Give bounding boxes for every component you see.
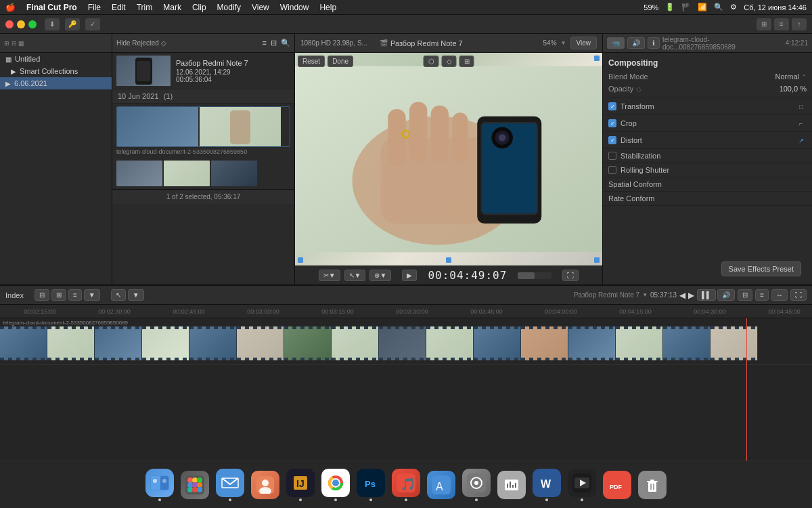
ruler-mark-3: 00:02:45:00 bbox=[152, 308, 226, 315]
dock-pdf[interactable]: PDF bbox=[601, 467, 633, 503]
inspector-video-tab[interactable]: 📹 bbox=[607, 37, 625, 49]
timeline-view-btn-3[interactable]: ≡ bbox=[68, 289, 82, 301]
save-effects-preset-button[interactable]: Save Effects Preset bbox=[721, 261, 801, 276]
view-button[interactable]: View bbox=[570, 37, 597, 49]
crop-expand-icon[interactable]: ⌐ bbox=[796, 118, 807, 129]
timeline-index-btn[interactable]: ≡ bbox=[755, 289, 769, 301]
done-button[interactable]: Done bbox=[328, 56, 353, 67]
browser-list-icon[interactable]: ≡ bbox=[263, 39, 267, 47]
timeline-view-dropdown[interactable]: ▼ bbox=[84, 289, 100, 301]
timeline-zoom-btn[interactable]: ↔ bbox=[771, 289, 788, 301]
menu-clip[interactable]: Clip bbox=[192, 3, 206, 12]
browser-panel: Hide Rejected ◇ ≡ ⊟ 🔍 Разбор Redmi Note … bbox=[112, 34, 295, 284]
crop-tool[interactable]: ◇ bbox=[442, 56, 457, 67]
timeline-view-btn-2[interactable]: ⊞ bbox=[51, 289, 66, 301]
clip-filename: telegram-cloud-document-2-53350082768598… bbox=[116, 148, 290, 155]
menu-file[interactable]: File bbox=[88, 3, 101, 12]
transform-checkbox[interactable]: ✓ bbox=[608, 102, 616, 110]
fullscreen-button[interactable]: ⛶ bbox=[562, 270, 579, 281]
clip-item-2[interactable]: telegram-cloud-document-2-53350082768598… bbox=[112, 104, 294, 158]
crop-checkbox[interactable]: ✓ bbox=[608, 119, 616, 127]
inspector-spacer bbox=[603, 206, 812, 253]
audio-solo-btn[interactable]: ▌▌ bbox=[697, 289, 716, 301]
reset-button[interactable]: Reset bbox=[298, 56, 325, 67]
check-icon[interactable]: ✓ bbox=[85, 18, 100, 30]
hide-rejected-label[interactable]: Hide Rejected ◇ bbox=[116, 39, 166, 47]
dock-launchpad[interactable] bbox=[179, 467, 211, 503]
back-button[interactable]: ⬇ bbox=[45, 18, 60, 30]
maximize-button[interactable] bbox=[28, 20, 37, 28]
menu-trim[interactable]: Trim bbox=[137, 3, 153, 12]
index-label[interactable]: Index bbox=[5, 291, 24, 299]
volume-slider[interactable] bbox=[518, 272, 551, 279]
sidebar-item-untitled[interactable]: ▦ Untitled bbox=[0, 53, 112, 65]
select-tool-btn[interactable]: ↖▼ bbox=[344, 270, 366, 281]
menu-edit[interactable]: Edit bbox=[112, 3, 126, 12]
dock-music[interactable]: 🎵 bbox=[390, 467, 422, 503]
opacity-keyframe-icon[interactable]: ◇ bbox=[636, 85, 641, 93]
list-view-icon[interactable]: ≡ bbox=[774, 18, 789, 30]
play-button[interactable]: ▶ bbox=[402, 270, 417, 281]
clip-appearance-btn[interactable]: ⊟ bbox=[738, 289, 752, 301]
dock-finder[interactable] bbox=[143, 467, 176, 503]
grid-view-icon[interactable]: ⊞ bbox=[757, 18, 771, 30]
browser-filmstrip-icon[interactable]: ⊟ bbox=[271, 39, 277, 47]
transform-expand-icon[interactable]: □ bbox=[796, 101, 807, 112]
dock-appstore[interactable]: A bbox=[425, 467, 457, 503]
clip-duration-1: 00:05:36:04 bbox=[176, 76, 248, 83]
menu-help[interactable]: Help bbox=[319, 3, 336, 12]
dock-photoshop[interactable]: Ps bbox=[355, 467, 387, 503]
sequence-dropdown[interactable]: ▼ bbox=[642, 292, 648, 298]
dock-intellij[interactable]: IJ bbox=[284, 467, 317, 503]
trim-tool-btn[interactable]: ✂▼ bbox=[319, 270, 340, 281]
stabilization-checkbox[interactable] bbox=[608, 152, 616, 160]
menu-view[interactable]: View bbox=[252, 3, 269, 12]
menu-window[interactable]: Window bbox=[280, 3, 309, 12]
timeline-view-btn-1[interactable]: ⊟ bbox=[35, 289, 49, 301]
key-icon[interactable]: 🔑 bbox=[65, 18, 80, 30]
rolling-shutter-checkbox[interactable] bbox=[608, 166, 616, 174]
menu-modify[interactable]: Modify bbox=[217, 3, 241, 12]
main-track-filmstrip[interactable] bbox=[0, 326, 812, 360]
dock-trash[interactable] bbox=[636, 467, 669, 503]
dock-system-prefs[interactable] bbox=[460, 467, 493, 503]
svg-text:A: A bbox=[436, 481, 443, 492]
zoom-dropdown-icon[interactable]: ▼ bbox=[561, 40, 566, 46]
inspector-info-tab[interactable]: ℹ bbox=[648, 37, 660, 49]
flag-icon: 🏴 bbox=[681, 3, 691, 12]
sidebar-item-smart-collections[interactable]: ▶ Smart Collections bbox=[0, 65, 112, 77]
browser-search-icon[interactable]: 🔍 bbox=[281, 39, 290, 47]
sidebar: ⊞ ⊟ ▦ ▦ Untitled ▶ Smart Collections ▶ 6… bbox=[0, 34, 112, 284]
zoom-select[interactable]: 54% bbox=[543, 39, 557, 47]
share-icon[interactable]: ↑ bbox=[792, 18, 807, 30]
ruler-mark-7: 00:03:45:00 bbox=[449, 308, 524, 315]
dock-chrome[interactable] bbox=[319, 467, 352, 503]
timeline-next-btn[interactable]: ▶ bbox=[688, 291, 694, 300]
timeline-prev-btn[interactable]: ◀ bbox=[679, 291, 685, 300]
dock-contacts[interactable] bbox=[249, 467, 281, 503]
timeline-fullscreen-btn[interactable]: ⛶ bbox=[790, 289, 807, 301]
arrow-dropdown[interactable]: ▼ bbox=[128, 289, 144, 301]
blend-mode-dropdown[interactable]: ⌃ bbox=[802, 74, 807, 80]
position-tool-btn[interactable]: ⊕▼ bbox=[369, 270, 391, 281]
audio-mute-btn[interactable]: 🔊 bbox=[717, 289, 735, 301]
dock-mail[interactable] bbox=[214, 467, 246, 503]
transform-tool[interactable]: ⬡ bbox=[424, 56, 439, 67]
dock-gpu-monitor[interactable] bbox=[495, 467, 528, 503]
menu-mark[interactable]: Mark bbox=[163, 3, 181, 12]
distort-expand-icon[interactable]: ↗ bbox=[796, 135, 807, 146]
search-icon[interactable]: 🔍 bbox=[714, 3, 723, 12]
sidebar-item-date-folder[interactable]: ▶ 6.06.2021 bbox=[0, 77, 112, 89]
control-center-icon[interactable]: ⚙ bbox=[730, 3, 737, 12]
inspector-audio-tab[interactable]: 🔊 bbox=[627, 37, 645, 49]
distort-checkbox[interactable]: ✓ bbox=[608, 136, 616, 144]
distort-tool[interactable]: ⊞ bbox=[459, 56, 474, 67]
clip-item-1[interactable]: Разбор Redmi Note 7 12.06.2021, 14:29 00… bbox=[112, 53, 294, 89]
playhead[interactable] bbox=[746, 318, 747, 461]
close-button[interactable] bbox=[5, 20, 14, 28]
arrow-tool[interactable]: ↖ bbox=[111, 289, 126, 301]
dock-fcpx[interactable] bbox=[566, 467, 598, 503]
dock-word[interactable]: W bbox=[531, 467, 563, 503]
apple-menu[interactable]: 🍎 bbox=[5, 3, 16, 12]
minimize-button[interactable] bbox=[17, 20, 25, 28]
